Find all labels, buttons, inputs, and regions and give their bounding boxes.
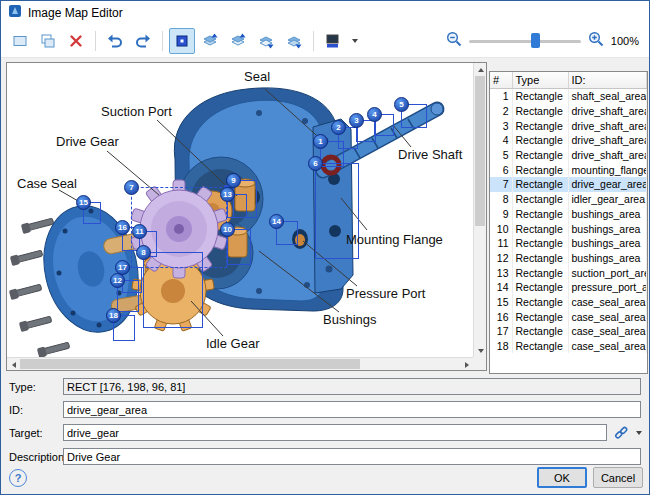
zoom-out-icon[interactable] bbox=[446, 31, 462, 51]
delete-button[interactable] bbox=[63, 28, 89, 54]
description-field[interactable] bbox=[63, 448, 641, 465]
type-field[interactable] bbox=[63, 378, 641, 395]
table-row[interactable]: 13Rectanglesuction_port_area bbox=[490, 265, 647, 280]
part-label: Idle Gear bbox=[206, 336, 259, 351]
areas-table: # Type ID: 1Rectangleshaft_seal_area 2Re… bbox=[490, 72, 647, 353]
part-label: Mounting Flange bbox=[346, 232, 443, 247]
toolbar-separator bbox=[313, 31, 314, 51]
send-backward-button[interactable] bbox=[253, 28, 279, 54]
bring-to-front-button[interactable] bbox=[197, 28, 223, 54]
table-row[interactable]: 16Rectanglecase_seal_area bbox=[490, 309, 647, 324]
duplicate-icon bbox=[40, 33, 56, 49]
area-marker[interactable]: 14 bbox=[269, 214, 284, 229]
area-marker[interactable]: 15 bbox=[76, 195, 91, 210]
window-title: Image Map Editor bbox=[28, 6, 123, 20]
area-marker[interactable]: 4 bbox=[367, 107, 382, 122]
table-row[interactable]: 6Rectanglemounting_flange_... bbox=[490, 162, 647, 177]
column-header-type: Type bbox=[512, 72, 568, 89]
table-row[interactable]: 12Rectanglebushings_area bbox=[490, 251, 647, 266]
image-map-editor-window: Image Map Editor bbox=[0, 0, 650, 495]
zoom-slider[interactable] bbox=[469, 32, 581, 50]
send-to-back-button[interactable] bbox=[281, 28, 307, 54]
canvas-frame: Seal Suction Port Drive Gear Case Seal D… bbox=[6, 62, 487, 371]
area-marker[interactable]: 12 bbox=[110, 273, 125, 288]
send-backward-icon bbox=[258, 33, 274, 49]
table-row[interactable]: 8Rectangleidler_gear_area bbox=[490, 192, 647, 207]
undo-icon bbox=[107, 33, 123, 49]
toggle-markers-button[interactable] bbox=[169, 28, 195, 54]
draw-rectangle-button[interactable] bbox=[7, 28, 33, 54]
area-marker[interactable]: 13 bbox=[220, 187, 235, 202]
part-label: Suction Port bbox=[101, 104, 172, 119]
table-row[interactable]: 9Rectanglebushings_area bbox=[490, 207, 647, 222]
id-field[interactable] bbox=[63, 401, 641, 418]
part-label: Drive Shaft bbox=[398, 147, 462, 162]
send-to-back-icon bbox=[286, 33, 302, 49]
area-marker[interactable]: 2 bbox=[331, 120, 346, 135]
vertical-scrollbar[interactable] bbox=[473, 63, 486, 357]
ok-button[interactable]: OK bbox=[537, 467, 587, 488]
area-marker[interactable]: 10 bbox=[220, 222, 235, 237]
scroll-right-button[interactable] bbox=[460, 358, 473, 371]
toolbar-separator bbox=[162, 31, 163, 51]
app-icon bbox=[8, 4, 22, 22]
target-link-icon[interactable] bbox=[613, 425, 629, 441]
area-marker[interactable]: 18 bbox=[106, 308, 121, 323]
part-label: Bushings bbox=[323, 312, 376, 327]
redo-button[interactable] bbox=[130, 28, 156, 54]
area-marker[interactable]: 3 bbox=[349, 113, 364, 128]
area-rect[interactable] bbox=[143, 252, 203, 328]
area-marker[interactable]: 8 bbox=[136, 245, 151, 260]
area-marker[interactable]: 5 bbox=[394, 97, 409, 112]
scroll-up-button[interactable] bbox=[474, 63, 487, 76]
fill-color-icon bbox=[325, 33, 341, 49]
target-field[interactable] bbox=[63, 424, 607, 441]
table-row[interactable]: 11Rectanglebushings_area bbox=[490, 236, 647, 251]
undo-button[interactable] bbox=[102, 28, 128, 54]
image-canvas[interactable]: Seal Suction Port Drive Gear Case Seal D… bbox=[7, 63, 473, 357]
zoom-slider-thumb[interactable] bbox=[531, 33, 540, 48]
help-button[interactable]: ? bbox=[9, 469, 27, 487]
area-marker[interactable]: 17 bbox=[115, 260, 130, 275]
area-marker[interactable]: 11 bbox=[132, 224, 147, 239]
bring-forward-button[interactable] bbox=[225, 28, 251, 54]
table-row[interactable]: 17Rectanglecase_seal_area bbox=[490, 324, 647, 339]
table-row[interactable]: 14Rectanglepressure_port_area bbox=[490, 280, 647, 295]
fill-color-dropdown[interactable] bbox=[348, 28, 362, 54]
table-row[interactable]: 10Rectanglebushings_area bbox=[490, 221, 647, 236]
target-dropdown-icon[interactable] bbox=[631, 425, 647, 441]
area-marker[interactable]: 1 bbox=[313, 134, 328, 149]
titlebar[interactable]: Image Map Editor bbox=[1, 1, 649, 25]
table-row[interactable]: 3Rectangledrive_shaft_area bbox=[490, 118, 647, 133]
redo-icon bbox=[135, 33, 151, 49]
table-row-selected[interactable]: 7Rectangledrive_gear_area bbox=[490, 177, 647, 192]
part-label: Drive Gear bbox=[56, 134, 119, 149]
toggle-markers-icon bbox=[174, 33, 190, 49]
table-row[interactable]: 1Rectangleshaft_seal_area bbox=[490, 89, 647, 104]
toolbar-separator bbox=[95, 31, 96, 51]
zoom-level-label: 100% bbox=[611, 35, 639, 47]
table-row[interactable]: 18Rectanglecase_seal_area bbox=[490, 339, 647, 354]
horizontal-scrollbar[interactable] bbox=[7, 357, 473, 370]
scroll-corner bbox=[473, 357, 486, 370]
duplicate-button[interactable] bbox=[35, 28, 61, 54]
bring-forward-icon bbox=[230, 33, 246, 49]
scroll-left-button[interactable] bbox=[7, 358, 20, 371]
cancel-button[interactable]: Cancel bbox=[593, 467, 643, 488]
area-marker[interactable]: 16 bbox=[115, 220, 130, 235]
table-row[interactable]: 2Rectangledrive_shaft_area bbox=[490, 104, 647, 119]
area-marker[interactable]: 9 bbox=[226, 173, 241, 188]
table-row[interactable]: 15Rectanglecase_seal_area bbox=[490, 295, 647, 310]
zoom-slider-track[interactable] bbox=[469, 40, 581, 43]
fill-color-button[interactable] bbox=[320, 28, 346, 54]
area-marker[interactable]: 7 bbox=[124, 180, 139, 195]
toolbar: 100% bbox=[1, 25, 649, 58]
horizontal-scroll-thumb[interactable] bbox=[20, 359, 360, 369]
vertical-scroll-thumb[interactable] bbox=[475, 76, 485, 226]
table-row[interactable]: 4Rectangledrive_shaft_area bbox=[490, 133, 647, 148]
zoom-in-icon[interactable] bbox=[588, 31, 604, 51]
draw-rectangle-icon bbox=[12, 33, 28, 49]
area-marker[interactable]: 6 bbox=[308, 156, 323, 171]
table-row[interactable]: 5Rectangledrive_shaft_area bbox=[490, 148, 647, 163]
scroll-down-button[interactable] bbox=[474, 344, 487, 357]
